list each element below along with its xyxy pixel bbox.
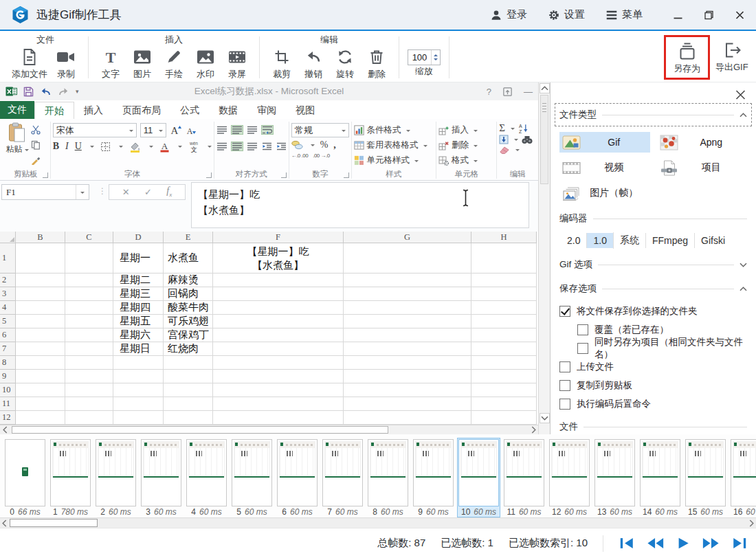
save-as-icon [678,43,697,60]
mini-excel-preview [415,441,452,478]
add-file-button[interactable]: 添加文件 [10,46,49,80]
previous-frame-button[interactable] [647,537,665,550]
excel-formula-bar: F1 ⋮ ✕ ✓ fx 【星期一】吃 【水煮鱼】 [0,181,538,232]
checkbox-icon[interactable] [559,399,570,410]
fill-color-icon [129,141,141,153]
encoder-option[interactable]: 1.0 [586,233,612,248]
preview-hscrollbar[interactable] [0,425,538,434]
login-button[interactable]: 登录 [490,8,527,21]
timeline-frame-13[interactable]: 1360 ms [593,438,636,517]
settings-button[interactable]: 设置 [548,8,585,21]
timeline-frame-12[interactable]: 1260 ms [548,438,591,517]
insert-text-button[interactable]: T文字 [96,46,126,80]
insert-image-button[interactable]: 图片 [127,46,157,80]
sheet-cell [65,383,113,397]
spinner-arrows-icon[interactable] [431,50,440,65]
scroll-left-icon[interactable] [0,425,10,434]
checkbox-checked-icon[interactable] [559,306,570,317]
collapse-icon[interactable] [740,287,747,291]
hscroll-thumb[interactable] [12,426,388,434]
timeline-frame-8[interactable]: 860 ms [366,438,410,517]
timeline-scroll-thumb[interactable] [10,519,98,527]
zoom-spinner[interactable]: 100 [408,49,441,65]
next-frame-button[interactable] [702,537,720,550]
save-option-row[interactable]: 复制到剪贴板 [559,376,747,394]
close-button[interactable] [735,10,745,20]
timeline-frame-1[interactable]: 1780 ms [49,438,92,517]
scroll-right-icon[interactable] [529,425,538,434]
selected-frames-text: 已选帧数: 1 [441,537,493,550]
image-icon [133,48,151,66]
freehand-draw-button[interactable]: 手绘 [159,46,189,80]
toolbar-item-label: 文字 [102,68,120,80]
record-button[interactable]: 录制 [51,46,81,80]
file-type-option[interactable]: 图片（帧） [559,183,650,203]
timeline-frame-2[interactable]: 260 ms [94,438,137,517]
undo-button[interactable]: 撤销 [298,46,329,80]
preview-vscrollbar[interactable] [538,82,550,434]
encoder-option[interactable]: Gifski [694,233,731,248]
checkbox-icon[interactable] [577,343,588,354]
timeline-scroll-right-icon[interactable] [747,518,756,528]
checkbox-icon[interactable] [559,380,570,391]
crop-button[interactable]: 裁剪 [267,46,297,80]
excel-help-icon: ? [487,87,491,97]
encoder-option[interactable]: 系统 [613,232,645,249]
checkbox-icon[interactable] [577,324,588,335]
toolbar-item-label: 录屏 [228,68,246,80]
collapse-icon[interactable] [740,113,747,118]
save-as-button[interactable]: 另存为 [671,41,702,75]
sheet-cell [471,315,537,328]
screen-record-button[interactable]: 录屏 [222,46,252,80]
timeline-frame-5[interactable]: 560 ms [230,438,274,517]
timeline-frame-0[interactable]: 066 ms [3,438,47,517]
scroll-up-icon[interactable] [540,83,550,93]
menu-button[interactable]: 菜单 [605,8,643,21]
file-type-option[interactable]: 视频 [559,157,650,178]
timeline-scrollbar[interactable] [0,517,756,528]
sheet-cell [65,274,113,287]
column-header: D [113,232,164,243]
scroll-down-icon[interactable] [540,413,550,423]
timeline-frame-16[interactable]: 1660 ms [729,438,756,517]
save-option-row[interactable]: 执行编码后置命令 [559,394,747,413]
excel-window-title: Excel练习数据.xlsx - Microsoft Excel [0,85,538,98]
delete-button[interactable]: 删除 [362,46,392,80]
file-type-option[interactable]: Gif [559,132,650,153]
export-gif-button[interactable]: 导出GIF [713,39,751,74]
timeline-frame-4[interactable]: 460 ms [185,438,228,517]
save-option-row[interactable]: 将文件保存到你选择的文件夹 [559,302,747,320]
timeline-frame-15[interactable]: 1560 ms [684,438,727,517]
first-frame-button[interactable] [619,537,635,550]
last-frame-button[interactable] [731,537,748,550]
checkbox-icon[interactable] [559,361,570,372]
frame-thumbnail [186,439,227,506]
timeline-frame-11[interactable]: 1160 ms [502,438,546,517]
save-option-row[interactable]: 同时另存为项目（相同文件夹与文件名） [577,339,747,357]
encoder-option[interactable]: 2.0 [561,233,586,248]
preview-canvas: ▾ Excel练习数据.xlsx - Microsoft Excel ? — 文… [0,82,538,434]
timeline-frame-9[interactable]: 960 ms [412,438,455,517]
file-type-option[interactable]: Apng [657,132,748,153]
play-button[interactable] [676,537,690,550]
rotate-button[interactable]: 旋转 [330,46,360,80]
expand-icon[interactable] [740,263,747,267]
ribbon-display-icon [502,87,513,97]
watermark-button[interactable]: 水印 [190,46,221,80]
mini-excel-preview [52,441,89,478]
timeline-frame-10[interactable]: 1060 ms [457,438,500,517]
file-type-option-label: 图片（帧） [581,187,647,199]
name-box: F1 [1,184,89,200]
timeline-frame-6[interactable]: 660 ms [276,438,319,517]
file-type-option[interactable]: 项目 [657,157,748,178]
minimize-button[interactable] [673,10,683,20]
restore-button[interactable] [704,10,714,20]
timeline-scroll-left-icon[interactable] [0,518,9,528]
panel-close-button[interactable] [734,89,747,101]
sheet-cell [471,328,537,342]
delete-cells-icon [438,141,449,150]
timeline-frame-7[interactable]: 760 ms [321,438,364,517]
timeline-frame-14[interactable]: 1460 ms [638,438,682,517]
encoder-option[interactable]: FFmpeg [645,233,694,248]
timeline-frame-3[interactable]: 360 ms [140,438,183,517]
